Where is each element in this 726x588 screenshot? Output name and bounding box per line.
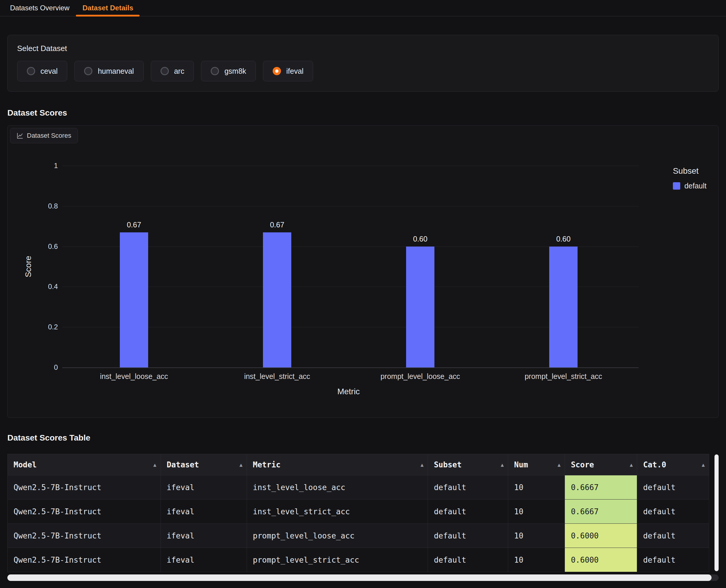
cell-subset: default: [428, 548, 508, 572]
radio-option-humaneval[interactable]: humaneval: [74, 61, 143, 81]
cell-dataset: ifeval: [161, 500, 247, 524]
radio-unselected-icon[interactable]: [211, 67, 219, 75]
chart-icon: [17, 132, 23, 139]
x-tick-label: prompt_level_loose_acc: [380, 372, 460, 381]
cell-model: Qwen2.5-7B-Instruct: [8, 475, 161, 500]
scores-table: Model▲Dataset▲Metric▲Subset▲Num▲Score▲Ca…: [7, 454, 709, 572]
radio-selected-icon[interactable]: [273, 67, 281, 75]
bar-inst_level_strict_acc: [263, 232, 291, 368]
chart-plot-area: 00.20.40.60.810.67inst_level_loose_acc0.…: [8, 126, 718, 418]
bar-value-label: 0.60: [413, 235, 428, 243]
cell-cat0: default: [637, 548, 709, 572]
y-tick-label: 1: [34, 162, 58, 170]
top-tabbar: Datasets Overview Dataset Details: [0, 0, 726, 17]
select-dataset-panel: Select Dataset cevalhumanevalarcgsm8kife…: [7, 35, 719, 92]
legend-swatch: [673, 182, 680, 190]
y-tick-label: 0: [34, 363, 58, 372]
cell-num: 10: [508, 475, 565, 500]
sort-icon: ▲: [558, 462, 561, 468]
cell-subset: default: [428, 524, 508, 548]
column-header-model[interactable]: Model▲: [8, 454, 161, 475]
y-tick-label: 0.4: [34, 282, 58, 291]
cell-subset: default: [428, 500, 508, 524]
y-tick-label: 0.6: [34, 243, 58, 251]
column-label: Model: [14, 460, 37, 469]
table-body: Qwen2.5-7B-Instructifevalinst_level_loos…: [8, 475, 709, 572]
radio-option-ceval[interactable]: ceval: [17, 61, 67, 81]
column-header-score[interactable]: Score▲: [565, 454, 637, 475]
cell-num: 10: [508, 548, 565, 572]
horizontal-scrollbar-thumb[interactable]: [7, 574, 711, 581]
bar-value-label: 0.67: [270, 220, 284, 229]
y-tick-label: 0.8: [34, 202, 58, 210]
legend-item-default[interactable]: default: [673, 182, 707, 190]
cell-score: 0.6000: [565, 548, 637, 572]
select-dataset-label: Select Dataset: [17, 44, 709, 53]
radio-option-label: arc: [174, 67, 184, 76]
x-tick-label: inst_level_loose_acc: [100, 372, 168, 381]
radio-unselected-icon[interactable]: [84, 67, 93, 75]
x-tick-label: prompt_level_strict_acc: [525, 372, 602, 381]
column-header-num[interactable]: Num▲: [508, 454, 565, 475]
radio-unselected-icon[interactable]: [161, 67, 169, 75]
cell-subset: default: [428, 475, 508, 500]
radio-unselected-icon[interactable]: [27, 67, 35, 75]
radio-option-arc[interactable]: arc: [151, 61, 194, 81]
table-row: Qwen2.5-7B-Instructifevalprompt_level_st…: [8, 548, 709, 572]
bar-prompt_level_loose_acc: [406, 247, 435, 368]
sort-icon: ▲: [153, 462, 156, 468]
cell-score: 0.6667: [565, 500, 637, 524]
cell-metric: prompt_level_loose_acc: [247, 524, 428, 548]
tab-datasets-overview[interactable]: Datasets Overview: [3, 0, 76, 16]
cell-model: Qwen2.5-7B-Instruct: [8, 500, 161, 524]
radio-option-gsm8k[interactable]: gsm8k: [201, 61, 256, 81]
cell-num: 10: [508, 500, 565, 524]
plot-tab-dataset-scores[interactable]: Dataset Scores: [10, 128, 78, 143]
dataset-scores-heading: Dataset Scores: [7, 108, 726, 118]
cell-dataset: ifeval: [161, 548, 247, 572]
radio-option-ifeval[interactable]: ifeval: [263, 61, 313, 81]
table-row: Qwen2.5-7B-Instructifevalprompt_level_lo…: [8, 524, 709, 548]
sort-icon: ▲: [240, 462, 243, 468]
table-row: Qwen2.5-7B-Instructifevalinst_level_loos…: [8, 475, 709, 500]
bar-inst_level_loose_acc: [120, 232, 148, 368]
horizontal-scrollbar[interactable]: [7, 574, 719, 581]
cell-dataset: ifeval: [161, 475, 247, 500]
column-header-cat-0[interactable]: Cat.0▲: [637, 454, 709, 475]
column-label: Metric: [253, 460, 281, 469]
app: Datasets Overview Dataset Details Select…: [0, 0, 726, 588]
tab-dataset-details[interactable]: Dataset Details: [76, 0, 140, 16]
bar-prompt_level_strict_acc: [549, 247, 578, 368]
table-row: Qwen2.5-7B-Instructifevalinst_level_stri…: [8, 500, 709, 524]
chart-panel: Dataset Scores 00.20.40.60.810.67inst_le…: [7, 125, 719, 418]
radio-option-label: gsm8k: [224, 67, 246, 76]
cell-cat0: default: [637, 500, 709, 524]
cell-metric: inst_level_loose_acc: [247, 475, 428, 500]
column-header-dataset[interactable]: Dataset▲: [161, 454, 247, 475]
column-label: Cat.0: [643, 460, 666, 469]
table-container: Model▲Dataset▲Metric▲Subset▲Num▲Score▲Ca…: [7, 454, 719, 572]
plot-tab-label: Dataset Scores: [27, 132, 71, 140]
cell-cat0: default: [637, 475, 709, 500]
bar-value-label: 0.67: [127, 220, 141, 229]
cell-score: 0.6667: [565, 475, 637, 500]
cell-score: 0.6000: [565, 524, 637, 548]
sort-icon: ▲: [501, 462, 504, 468]
radio-option-label: humaneval: [98, 67, 134, 76]
column-label: Subset: [434, 460, 462, 469]
sort-icon: ▲: [630, 462, 633, 468]
x-axis-title: Metric: [337, 387, 360, 396]
sort-icon: ▲: [702, 462, 705, 468]
column-header-metric[interactable]: Metric▲: [247, 454, 428, 475]
cell-model: Qwen2.5-7B-Instruct: [8, 548, 161, 572]
vertical-scrollbar[interactable]: [714, 455, 719, 571]
table-header: Model▲Dataset▲Metric▲Subset▲Num▲Score▲Ca…: [8, 454, 709, 475]
legend-item-label: default: [684, 182, 707, 190]
column-header-subset[interactable]: Subset▲: [428, 454, 508, 475]
column-label: Score: [571, 460, 594, 469]
y-tick-label: 0.2: [34, 323, 58, 331]
cell-dataset: ifeval: [161, 524, 247, 548]
radio-option-label: ifeval: [286, 67, 303, 76]
legend-title: Subset: [673, 166, 707, 176]
cell-num: 10: [508, 524, 565, 548]
